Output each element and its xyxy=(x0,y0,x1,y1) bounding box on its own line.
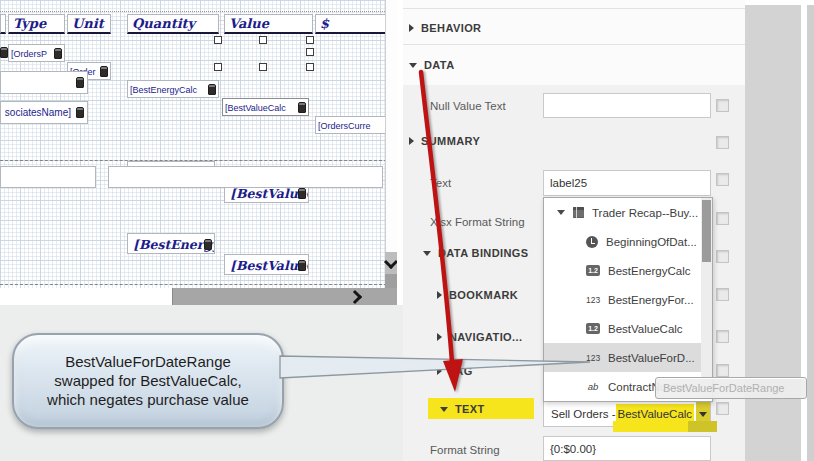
field-smart-tag-icon[interactable] xyxy=(208,84,216,95)
popup-scroll-thumb[interactable] xyxy=(702,200,711,262)
scroll-down-button[interactable] xyxy=(385,252,397,274)
xlsx-format-checkbox[interactable] xyxy=(716,212,729,225)
text-binding-checkbox[interactable] xyxy=(716,402,729,415)
text-checkbox[interactable] xyxy=(716,173,729,186)
summary-checkbox[interactable] xyxy=(716,136,729,149)
selection-handle[interactable] xyxy=(214,63,222,71)
header-cell-type[interactable]: Type xyxy=(8,14,65,34)
collapsed-arrow-icon xyxy=(437,367,442,375)
section-summary[interactable]: SUMMARY xyxy=(409,135,480,147)
top-strip xyxy=(745,0,814,5)
down-arrow-icon xyxy=(699,412,707,417)
text-input[interactable] xyxy=(543,170,711,196)
field-cell-orders-p[interactable]: [OrdersP xyxy=(8,44,65,62)
band-separator-dashed xyxy=(0,284,397,285)
clock-icon xyxy=(586,236,598,248)
table-icon xyxy=(573,207,584,218)
selection-handle[interactable] xyxy=(306,48,314,56)
annotation-callout: BestValueForDateRange swapped for BestVa… xyxy=(12,333,284,429)
collapsed-arrow-icon xyxy=(409,24,414,32)
expanded-arrow-icon xyxy=(423,251,431,256)
header-cell-unit[interactable]: Unit xyxy=(67,14,111,34)
null-value-text-input[interactable] xyxy=(543,93,711,118)
decimal-field-icon: 1.2 xyxy=(586,323,600,334)
binding-prefix: Sell Orders - xyxy=(551,408,616,420)
tag-checkbox[interactable] xyxy=(716,364,729,377)
tree-node-field[interactable]: BeginningOfDat... xyxy=(544,227,712,256)
text-field-icon: ab xyxy=(586,381,600,392)
header-cell-value[interactable]: Value xyxy=(224,14,313,34)
field-cell-bestvaluecalc-selected[interactable]: [BestValueCalc xyxy=(222,98,309,116)
empty-cell[interactable] xyxy=(0,71,88,94)
field-smart-tag-icon[interactable] xyxy=(100,66,108,77)
section-data-bindings[interactable]: DATA BINDINGS xyxy=(423,247,529,259)
band-separator xyxy=(0,11,397,12)
expanded-arrow-icon xyxy=(440,407,448,412)
group-cell-bestenergy[interactable]: [BestEnergy xyxy=(127,233,215,254)
navigation-checkbox[interactable] xyxy=(716,330,729,343)
format-string-label: Format String xyxy=(430,444,500,456)
selection-handle[interactable] xyxy=(214,36,222,44)
window-scrollbar[interactable] xyxy=(807,0,814,461)
text-label: Text xyxy=(430,177,451,189)
horizontal-scroll-thumb[interactable] xyxy=(0,288,173,305)
field-smart-tag-icon[interactable] xyxy=(298,260,306,271)
selection-handle[interactable] xyxy=(306,63,314,71)
integer-field-icon: 123 xyxy=(586,295,600,305)
field-smart-tag-icon[interactable] xyxy=(204,239,212,250)
collapsed-arrow-icon xyxy=(409,137,414,145)
section-behavior[interactable]: BEHAVIOR xyxy=(409,22,481,34)
section-text[interactable]: TEXT xyxy=(440,403,485,415)
group-cell-bestvalue[interactable]: [BestValueC xyxy=(224,254,309,275)
selection-handle[interactable] xyxy=(306,36,314,44)
null-value-checkbox[interactable] xyxy=(716,99,729,112)
section-tag[interactable]: TAG xyxy=(437,365,473,377)
section-bookmark[interactable]: BOOKMARK xyxy=(437,289,518,301)
tree-node-field[interactable]: 1.2 BestEnergyCalc xyxy=(544,256,712,285)
header-cell-quantity[interactable]: Quantity xyxy=(127,14,219,34)
field-smart-tag-icon[interactable] xyxy=(54,48,62,59)
data-bindings-checkbox[interactable] xyxy=(716,250,729,263)
band-separator-dashed xyxy=(0,160,397,161)
popup-scrollbar[interactable] xyxy=(701,198,712,399)
field-cell-bestenergycalc[interactable]: [BestEnergyCalc xyxy=(127,80,219,98)
collapsed-arrow-icon xyxy=(437,333,442,341)
field-smart-tag-icon[interactable] xyxy=(76,107,84,118)
tree-node-field[interactable]: 123 BestEnergyFor... xyxy=(544,285,712,314)
expanded-arrow-icon xyxy=(409,63,417,68)
field-smart-tag-icon[interactable] xyxy=(298,188,306,199)
report-designer-window: Type Unit Quantity Value $ [OrdersP [Ord… xyxy=(0,0,814,461)
empty-cell[interactable] xyxy=(108,166,383,188)
right-chevron-icon[interactable] xyxy=(348,290,362,304)
selection-handle[interactable] xyxy=(259,63,267,71)
field-list-popup[interactable]: Trader Recap--Buy... BeginningOfDat... 1… xyxy=(543,197,713,402)
down-chevron-icon xyxy=(384,254,397,268)
section-navigation[interactable]: NAVIGATIO... xyxy=(437,331,522,343)
field-tooltip: BestValueForDateRange xyxy=(655,377,807,399)
xlsx-format-string-label: Xlsx Format String xyxy=(430,216,525,228)
integer-field-icon: 123 xyxy=(586,353,600,363)
bookmark-checkbox[interactable] xyxy=(716,288,729,301)
field-smart-tag-icon[interactable] xyxy=(298,102,306,113)
scrollbar-track-end[interactable] xyxy=(385,274,397,288)
report-design-surface[interactable]: Type Unit Quantity Value $ [OrdersP [Ord… xyxy=(0,0,397,305)
expanded-arrow-icon[interactable] xyxy=(557,210,565,215)
tree-node-field-hovered[interactable]: 123 BestValueForD... xyxy=(544,343,712,372)
field-smart-tag-icon[interactable] xyxy=(0,47,8,58)
tree-node-datasource[interactable]: Trader Recap--Buy... xyxy=(544,198,712,227)
collapsed-arrow-icon xyxy=(437,291,442,299)
tree-node-field[interactable]: 1.2 BestValueCalc xyxy=(544,314,712,343)
field-smart-tag-icon[interactable] xyxy=(76,77,84,88)
selection-handle[interactable] xyxy=(259,36,267,44)
horizontal-scrollbar[interactable] xyxy=(0,288,397,305)
section-data[interactable]: DATA xyxy=(409,59,455,71)
associates-name-cell[interactable]: sociatesName] xyxy=(0,101,88,124)
decimal-field-icon: 1.2 xyxy=(586,265,600,276)
format-string-input[interactable] xyxy=(543,436,711,461)
vertical-scrollbar[interactable] xyxy=(385,0,397,288)
empty-cell[interactable] xyxy=(0,166,96,188)
combo-underline-highlight-dark xyxy=(688,421,717,432)
header-cell-partial[interactable] xyxy=(0,14,6,34)
null-value-text-label: Null Value Text xyxy=(430,100,506,112)
